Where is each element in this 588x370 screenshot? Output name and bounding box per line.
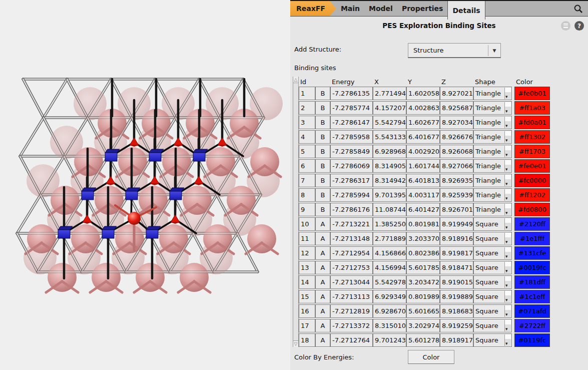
cell-id[interactable]: 18 — [299, 333, 315, 347]
cell-energy[interactable]: -7.2785774 — [330, 101, 373, 115]
cell-x[interactable]: 5.543133 — [373, 130, 406, 144]
cell-z[interactable]: 8.919259 — [440, 319, 473, 332]
cell-id[interactable]: 15 — [299, 290, 315, 303]
color-swatch-cell[interactable]: #0119fc — [514, 333, 550, 347]
cell-energy[interactable]: -7.2712819 — [330, 304, 373, 318]
cell-x[interactable]: 4.156994 — [373, 261, 406, 274]
shape-dropdown-arrow-icon[interactable] — [504, 233, 511, 244]
cell-energy[interactable]: -7.2713044 — [330, 275, 373, 289]
cell-energy[interactable]: -7.2712764 — [330, 333, 373, 347]
cell-y[interactable]: 5.601665 — [406, 304, 440, 318]
color-swatch-cell[interactable]: #1c1eff — [514, 290, 550, 303]
cell-id[interactable]: 2 — [299, 101, 315, 115]
shape-dropdown[interactable]: Triangle — [473, 145, 512, 158]
shape-dropdown[interactable]: Square — [473, 275, 512, 289]
shape-dropdown[interactable]: Triangle — [473, 159, 512, 173]
cell-x[interactable]: 8.314905 — [373, 159, 406, 173]
shape-dropdown[interactable]: Square — [473, 304, 512, 318]
cell-energy[interactable]: -7.2713221 — [330, 217, 373, 231]
cell-y[interactable]: 6.401813 — [406, 174, 440, 187]
cell-y[interactable]: 3.202974 — [406, 319, 440, 332]
cell-energy[interactable]: -7.2713148 — [330, 232, 373, 245]
cell-y[interactable]: 3.203472 — [406, 275, 440, 289]
shape-dropdown-arrow-icon[interactable] — [504, 204, 511, 215]
cell-id[interactable]: 9 — [299, 203, 315, 216]
cell-x[interactable]: 5.542794 — [373, 116, 406, 129]
cell-site-type[interactable]: A — [315, 304, 330, 318]
cell-id[interactable]: 11 — [299, 232, 315, 245]
cell-site-type[interactable]: B — [315, 87, 330, 100]
cell-site-type[interactable]: B — [315, 203, 330, 216]
cell-site-type[interactable]: A — [315, 333, 330, 347]
tab-details[interactable]: Details — [447, 1, 485, 20]
cell-z[interactable]: 8.926935 — [440, 174, 473, 187]
shape-dropdown-arrow-icon[interactable] — [504, 276, 511, 288]
shape-dropdown[interactable]: Square — [473, 261, 512, 274]
shape-dropdown-arrow-icon[interactable] — [504, 160, 511, 172]
search-button[interactable] — [568, 1, 588, 16]
cell-energy[interactable]: -7.2786176 — [330, 203, 373, 216]
color-swatch-cell[interactable]: #ff1703 — [514, 145, 550, 158]
shape-dropdown[interactable]: Square — [473, 217, 512, 231]
cell-x[interactable]: 11.08744 — [373, 203, 406, 216]
cell-z[interactable]: 8.919889 — [440, 290, 473, 303]
shape-dropdown[interactable]: Triangle — [473, 188, 512, 202]
shape-dropdown-arrow-icon[interactable] — [504, 218, 511, 230]
cell-energy[interactable]: -7.2712954 — [330, 246, 373, 260]
panel-menu-icon[interactable] — [561, 21, 570, 31]
cell-x[interactable]: 6.929349 — [373, 290, 406, 303]
cell-y[interactable]: 3.203370 — [406, 232, 440, 245]
cell-y[interactable]: 0.801981 — [406, 217, 440, 231]
cell-id[interactable]: 4 — [299, 130, 315, 144]
color-swatch-cell[interactable]: #071afd — [514, 304, 550, 318]
cell-z[interactable]: 8.925687 — [440, 101, 473, 115]
cell-z[interactable]: 8.925939 — [440, 188, 473, 202]
cell-id[interactable]: 16 — [299, 304, 315, 318]
cell-z[interactable]: 8.926676 — [440, 130, 473, 144]
cell-z[interactable]: 8.927066 — [440, 159, 473, 173]
cell-site-type[interactable]: A — [315, 319, 330, 332]
cell-x[interactable]: 5.542978 — [373, 275, 406, 289]
cell-site-type[interactable]: B — [315, 145, 330, 158]
cell-site-type[interactable]: A — [315, 261, 330, 274]
cell-site-type[interactable]: B — [315, 174, 330, 187]
color-swatch-cell[interactable]: #fe0e01 — [514, 159, 550, 173]
tab-model[interactable]: Model — [364, 1, 397, 16]
help-icon[interactable]: ? — [574, 21, 584, 31]
cell-x[interactable]: 8.315010 — [373, 319, 406, 332]
cell-x[interactable]: 6.928670 — [373, 304, 406, 318]
shape-dropdown-arrow-icon[interactable] — [504, 88, 511, 99]
cell-id[interactable]: 6 — [299, 159, 315, 173]
color-swatch-cell[interactable]: #ff1302 — [514, 130, 550, 144]
shape-dropdown[interactable]: Triangle — [473, 116, 512, 129]
cell-y[interactable]: 4.002863 — [406, 101, 440, 115]
cell-x[interactable]: 2.771889 — [373, 232, 406, 245]
cell-z[interactable]: 8.927021 — [440, 87, 473, 100]
cell-site-type[interactable]: A — [315, 246, 330, 260]
cell-energy[interactable]: -7.2785994 — [330, 188, 373, 202]
tab-properties[interactable]: Properties — [397, 1, 448, 16]
cell-energy[interactable]: -7.2786147 — [330, 116, 373, 129]
cell-id[interactable]: 17 — [299, 319, 315, 332]
shape-dropdown-arrow-icon[interactable] — [504, 291, 511, 302]
cell-x[interactable]: 1.385250 — [373, 217, 406, 231]
cell-y[interactable]: 5.601278 — [406, 333, 440, 347]
cell-y[interactable]: 4.003117 — [406, 188, 440, 202]
cell-site-type[interactable]: B — [315, 188, 330, 202]
cell-site-type[interactable]: B — [315, 116, 330, 129]
cell-site-type[interactable]: B — [315, 159, 330, 173]
color-button[interactable]: Color — [408, 350, 454, 364]
tab-main[interactable]: Main — [336, 1, 364, 16]
cell-id[interactable]: 13 — [299, 261, 315, 274]
cell-id[interactable]: 5 — [299, 145, 315, 158]
shape-dropdown-arrow-icon[interactable] — [504, 146, 511, 157]
cell-z[interactable]: 8.918916 — [440, 232, 473, 245]
shape-dropdown[interactable]: Triangle — [473, 101, 512, 115]
color-swatch-cell[interactable]: #fc0000 — [514, 174, 550, 187]
cell-energy[interactable]: -7.2785958 — [330, 130, 373, 144]
shape-dropdown-arrow-icon[interactable] — [504, 334, 511, 346]
cell-y[interactable]: 1.602677 — [406, 116, 440, 129]
cell-x[interactable]: 9.701395 — [373, 188, 406, 202]
cell-z[interactable]: 8.927034 — [440, 116, 473, 129]
cell-y[interactable]: 5.601785 — [406, 261, 440, 274]
